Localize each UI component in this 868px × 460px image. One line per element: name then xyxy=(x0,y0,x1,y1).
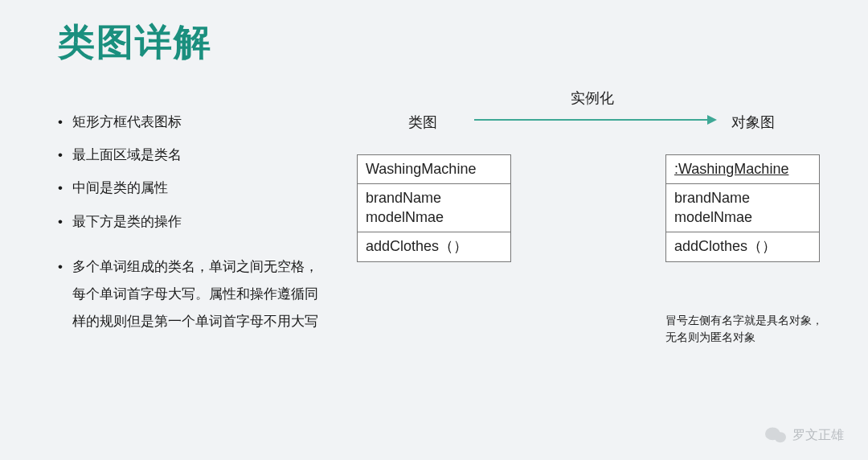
class-diagram-box: WashingMachine brandName modelNmae addCl… xyxy=(357,154,511,262)
list-item: 中间是类的属性 xyxy=(58,177,323,199)
watermark-text: 罗文正雄 xyxy=(792,427,844,444)
class-attr-compartment: brandName modelNmae xyxy=(358,184,510,232)
note-line: 无名则为匿名对象 xyxy=(665,331,755,343)
list-item: 最下方是类的操作 xyxy=(58,211,323,232)
object-diagram-label: 对象图 xyxy=(731,113,775,132)
object-attr-compartment: brandName modelNmae xyxy=(666,184,819,232)
object-op-compartment: addClothes（） xyxy=(666,232,819,261)
attribute-text: brandName xyxy=(674,190,750,206)
slide-title: 类图详解 xyxy=(58,18,212,68)
list-item: 多个单词组成的类名，单词之间无空格，每个单词首字母大写。属性和操作遵循同样的规则… xyxy=(58,253,323,335)
object-diagram-box: :WashingMachine brandName modelNmae addC… xyxy=(665,154,820,262)
attribute-text: modelNmae xyxy=(674,209,752,225)
arrow-label: 实例化 xyxy=(571,88,614,108)
attribute-text: modelNmae xyxy=(366,209,444,225)
attribute-text: brandName xyxy=(366,190,441,206)
class-name-compartment: WashingMachine xyxy=(358,155,510,184)
svg-point-1 xyxy=(775,432,786,442)
object-name-compartment: :WashingMachine xyxy=(666,155,819,184)
list-item: 矩形方框代表图标 xyxy=(58,111,323,133)
list-item: 最上面区域是类名 xyxy=(58,144,323,166)
object-name-text: :WashingMachine xyxy=(674,161,788,177)
arrow-icon xyxy=(474,119,715,121)
class-op-compartment: addClothes（） xyxy=(358,232,510,261)
class-diagram-label: 类图 xyxy=(408,113,437,132)
bullet-list: 矩形方框代表图标 最上面区域是类名 中间是类的属性 最下方是类的操作 多个单词组… xyxy=(58,111,323,347)
wechat-icon xyxy=(765,426,786,444)
watermark: 罗文正雄 xyxy=(765,426,844,444)
note-line: 冒号左侧有名字就是具名对象， xyxy=(665,314,823,327)
note-text: 冒号左侧有名字就是具名对象， 无名则为匿名对象 xyxy=(665,312,823,346)
